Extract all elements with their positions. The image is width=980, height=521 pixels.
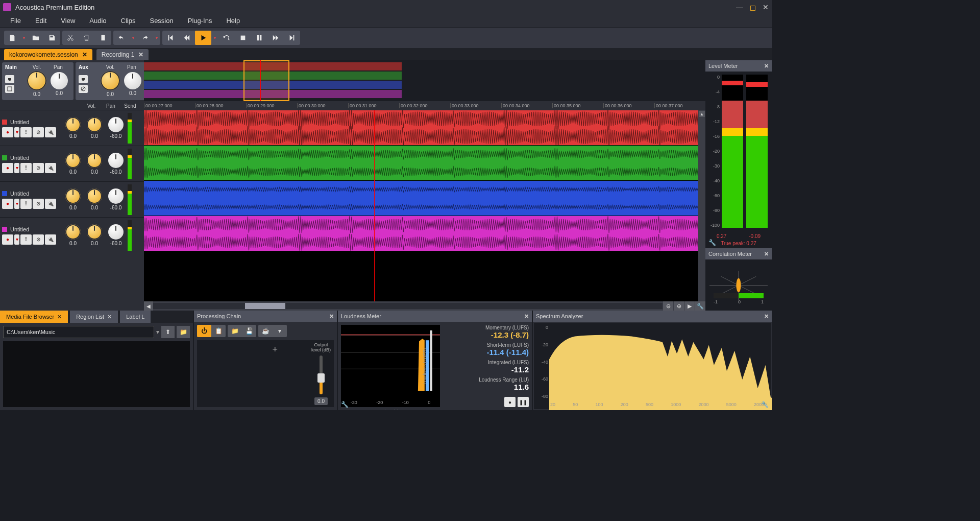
up-folder-icon[interactable]: ⬆ [161,326,175,338]
save-icon[interactable]: 💾 [242,325,256,337]
close-panel-icon[interactable]: ✕ [764,313,769,320]
menu-clips[interactable]: Clips [114,15,143,27]
vertical-scrollbar[interactable]: ▲ [698,110,705,301]
close-tab-icon[interactable]: ✕ [82,51,87,58]
new-button[interactable] [4,31,20,45]
fastforward-button[interactable] [267,31,284,45]
menu-audio[interactable]: Audio [82,15,113,27]
new-dropdown[interactable] [20,31,28,45]
pause-button[interactable] [251,31,267,45]
aux-mute-icon[interactable] [79,85,88,93]
close-panel-icon[interactable]: ✕ [764,63,769,69]
menu-edit[interactable]: Edit [28,15,54,27]
rewind-button[interactable] [179,31,195,45]
solo-button[interactable]: ! [20,163,32,173]
track-send-knob[interactable] [108,153,124,168]
waveform-clip[interactable] [144,181,705,216]
track-vol-knob[interactable] [65,117,81,132]
loop-button[interactable] [218,31,235,45]
rec-dropdown[interactable]: ▾ [14,199,19,209]
session-overview[interactable] [144,60,705,101]
save-button[interactable] [44,31,60,45]
folder-icon[interactable]: 📁 [177,326,190,338]
wrench-icon[interactable]: 🔧 [341,401,349,408]
fx-button[interactable]: 🔌 [45,199,56,209]
session-tab[interactable]: Recording 1 ✕ [96,49,149,60]
track-send-knob[interactable] [108,224,124,240]
zoom-in-button[interactable]: ⊕ [674,301,684,311]
waveform-clip[interactable] [144,110,705,146]
main-pan-knob[interactable] [51,72,68,89]
horizontal-scrollbar[interactable]: ◀ ⊖ ⊕ ▶ 🔧 [144,301,705,311]
play-dropdown[interactable] [211,31,218,45]
scroll-left-icon[interactable]: ◀ [144,301,153,311]
tab-label[interactable]: Label L [120,311,151,323]
play-button[interactable] [195,31,211,45]
playhead[interactable] [374,110,375,301]
fx-button[interactable]: 🔌 [45,163,56,173]
clipboard-icon[interactable]: 📋 [211,325,226,337]
open-icon[interactable]: 📁 [228,325,242,337]
copy-button[interactable] [79,31,95,45]
menu-plugins[interactable]: Plug-Ins [181,15,219,27]
track-send-knob[interactable] [108,117,124,132]
skip-start-button[interactable] [162,31,179,45]
pause-loud-button[interactable]: ❚❚ [518,397,529,407]
menu-help[interactable]: Help [219,15,247,27]
stop-button[interactable] [235,31,251,45]
aux-plug-icon[interactable] [79,75,88,83]
undo-button[interactable] [113,31,130,45]
mute-button[interactable]: ⊘ [33,127,44,137]
time-ruler[interactable]: 00:00:27:00000:00:28:00000:00:29:00000:0… [144,101,705,110]
track-pan-knob[interactable] [87,153,102,168]
arrangement-view[interactable]: ▲ [144,110,705,301]
rec-dropdown[interactable]: ▾ [14,127,19,137]
close-button[interactable]: ✕ [763,3,769,11]
track-vol-knob[interactable] [65,224,81,240]
mute-button[interactable]: ⊘ [33,234,44,245]
paste-button[interactable] [95,31,111,45]
redo-dropdown[interactable] [153,31,160,45]
menu-file[interactable]: File [3,15,28,27]
menu-session[interactable]: Session [142,15,180,27]
record-arm-button[interactable] [2,163,13,173]
track-vol-knob[interactable] [65,188,81,204]
session-tab-active[interactable]: kokorowokomete.session ✕ [4,49,92,60]
record-loud-button[interactable]: ● [504,397,516,407]
aux-vol-knob[interactable] [101,71,120,90]
cut-button[interactable] [62,31,79,45]
path-input[interactable] [3,326,154,338]
file-list[interactable] [3,341,190,407]
redo-button[interactable] [137,31,153,45]
menu-view[interactable]: View [54,15,82,27]
solo-button[interactable]: ! [20,199,32,209]
mute-button[interactable]: ⊘ [33,163,44,173]
rec-dropdown[interactable]: ▾ [14,163,19,173]
add-effect-button[interactable]: + [272,344,278,355]
track-pan-knob[interactable] [87,224,102,240]
close-panel-icon[interactable]: ✕ [524,313,529,320]
fx-button[interactable]: 🔌 [45,127,56,137]
track-vol-knob[interactable] [65,153,81,168]
output-level-slider[interactable] [320,356,323,394]
power-icon[interactable]: ⏻ [197,325,211,337]
zoom-out-button[interactable]: ⊖ [663,301,673,311]
scroll-right-icon[interactable]: ▶ [684,301,695,311]
preset-icon[interactable]: ☕ [258,325,273,337]
skip-end-button[interactable] [284,31,300,45]
dropdown-icon[interactable]: ▾ [273,325,287,337]
mute-button[interactable]: ⊘ [33,199,44,209]
close-panel-icon[interactable]: ✕ [329,313,334,320]
master-plug-icon[interactable] [5,75,14,83]
maximize-button[interactable] [750,3,755,11]
minimize-button[interactable]: — [736,3,743,11]
wrench-icon[interactable]: 🔧 [708,239,716,246]
main-vol-knob[interactable] [27,71,46,90]
master-out-icon[interactable] [5,85,14,93]
close-panel-icon[interactable]: ✕ [764,251,769,257]
fx-button[interactable]: 🔌 [45,234,56,245]
settings-icon[interactable]: 🔧 [695,301,705,311]
record-arm-button[interactable] [2,199,13,209]
rec-dropdown[interactable]: ▾ [14,234,19,245]
record-arm-button[interactable] [2,127,13,137]
